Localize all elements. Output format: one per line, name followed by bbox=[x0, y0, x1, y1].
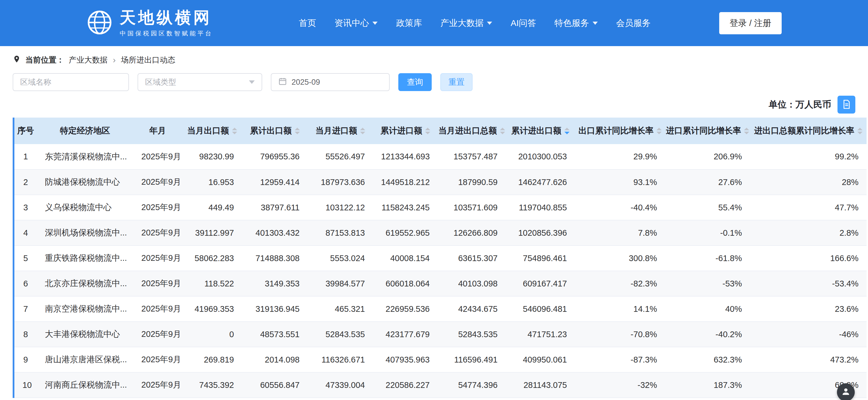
table-cell: 2.8% bbox=[750, 220, 867, 246]
sort-caret-icon[interactable] bbox=[564, 128, 569, 134]
table-cell: 632.3% bbox=[665, 347, 750, 372]
table-cell: 0 bbox=[182, 322, 242, 347]
breadcrumb-section[interactable]: 产业大数据 bbox=[69, 55, 107, 65]
login-register-button[interactable]: 登录 / 注册 bbox=[719, 12, 782, 34]
unit-label: 单位：万人民币 bbox=[769, 98, 831, 111]
column-header[interactable]: 当月出口额 bbox=[182, 118, 242, 144]
sort-caret-icon[interactable] bbox=[295, 128, 300, 134]
table-cell: 423177.679 bbox=[373, 322, 438, 347]
table-cell: 40103.098 bbox=[438, 271, 506, 296]
table-row[interactable]: 9唐山港京唐港区保税...2025年9月269.8192014.09811632… bbox=[14, 347, 867, 372]
column-header: 序号 bbox=[14, 118, 37, 144]
table-row[interactable]: 4深圳机场保税物流中...2025年9月39112.997401303.4328… bbox=[14, 220, 867, 246]
sort-caret-icon[interactable] bbox=[500, 128, 505, 134]
column-label: 当月进出口总额 bbox=[439, 125, 497, 137]
table-cell: 47.7% bbox=[750, 195, 867, 220]
table-cell: 27.6% bbox=[665, 169, 750, 195]
table-cell: 2025年9月 bbox=[133, 347, 182, 372]
table-row[interactable]: 7南京空港保税物流中...2025年9月41969.353319136.9454… bbox=[14, 296, 867, 322]
table-cell: -87.3% bbox=[575, 347, 665, 372]
table-cell: 187990.59 bbox=[438, 169, 506, 195]
reset-button[interactable]: 重置 bbox=[440, 73, 472, 91]
table-cell: 473.2% bbox=[750, 347, 867, 372]
column-header[interactable]: 累计进出口额 bbox=[506, 118, 575, 144]
chevron-down-icon bbox=[593, 22, 598, 25]
column-header[interactable]: 进出口总额累计同比增长率 bbox=[750, 118, 867, 144]
chevron-down-icon bbox=[372, 22, 378, 25]
table-cell: 1213344.693 bbox=[373, 144, 438, 169]
column-header: 年月 bbox=[133, 118, 182, 144]
table-cell: 7 bbox=[14, 296, 37, 322]
table-cell: 2025年9月 bbox=[133, 169, 182, 195]
nav-item-3[interactable]: 政策库 bbox=[396, 17, 422, 29]
table-cell: 796955.36 bbox=[242, 144, 308, 169]
breadcrumb-separator-icon: › bbox=[113, 55, 116, 65]
column-header[interactable]: 出口累计同比增长率 bbox=[575, 118, 665, 144]
nav-item-2[interactable]: 资讯中心 bbox=[334, 17, 378, 29]
nav-item-7[interactable]: 会员服务 bbox=[616, 17, 651, 29]
table-cell: 606018.064 bbox=[373, 271, 438, 296]
sort-caret-icon[interactable] bbox=[857, 128, 863, 134]
nav-item-1[interactable]: 首页 bbox=[299, 17, 316, 29]
table-cell: 39984.577 bbox=[308, 271, 373, 296]
table-row[interactable]: 2防城港保税物流中心2025年9月16.95312959.414187973.6… bbox=[14, 169, 867, 195]
nav-item-5[interactable]: AI问答 bbox=[510, 17, 536, 29]
table-cell: 226959.536 bbox=[373, 296, 438, 322]
table-row[interactable]: 10河南商丘保税物流中...2025年9月7435.39260556.84747… bbox=[14, 372, 867, 398]
sort-caret-icon[interactable] bbox=[232, 128, 237, 134]
column-header[interactable]: 当月进出口总额 bbox=[438, 118, 506, 144]
table-cell: 唐山港京唐港区保税... bbox=[37, 347, 133, 372]
column-label: 累计进出口额 bbox=[512, 125, 561, 137]
nav-item-label: AI问答 bbox=[510, 17, 536, 29]
unit-row: 单位：万人民币 bbox=[13, 96, 855, 114]
column-header[interactable]: 累计进口额 bbox=[373, 118, 438, 144]
nav-item-label: 政策库 bbox=[396, 17, 422, 29]
table-cell: 河南商丘保税物流中... bbox=[37, 372, 133, 398]
column-header[interactable]: 当月进口额 bbox=[308, 118, 373, 144]
table-cell: 2025年9月 bbox=[133, 220, 182, 246]
sort-caret-icon[interactable] bbox=[656, 128, 662, 134]
calendar-icon bbox=[278, 77, 287, 88]
table-row[interactable]: 5重庆铁路保税物流中...2025年9月58062.283714888.3085… bbox=[14, 246, 867, 271]
table-cell: -40.4% bbox=[575, 195, 665, 220]
breadcrumb-prefix: 当前位置： bbox=[25, 55, 64, 65]
table-cell: 2025年9月 bbox=[133, 322, 182, 347]
table-cell: 103571.609 bbox=[438, 195, 506, 220]
page: 天地纵横网 中国保税园区数智赋能平台 首页资讯中心政策库产业大数据AI问答特色服… bbox=[0, 0, 868, 400]
column-header[interactable]: 累计出口额 bbox=[242, 118, 308, 144]
column-label: 累计进口额 bbox=[380, 125, 422, 137]
sort-caret-icon[interactable] bbox=[425, 128, 430, 134]
nav-item-4[interactable]: 产业大数据 bbox=[440, 17, 492, 29]
table-cell: 6 bbox=[14, 271, 37, 296]
site-logo[interactable]: 天地纵横网 中国保税园区数智赋能平台 bbox=[86, 9, 213, 37]
region-type-select[interactable]: 区域类型 bbox=[137, 73, 262, 91]
column-header: 特定经济地区 bbox=[37, 118, 133, 144]
table-cell: 5553.024 bbox=[308, 246, 373, 271]
region-name-input[interactable] bbox=[13, 73, 129, 91]
chevron-down-icon bbox=[249, 80, 255, 84]
table-cell: 116326.671 bbox=[308, 347, 373, 372]
sort-caret-icon[interactable] bbox=[360, 128, 365, 134]
table-cell: 10 bbox=[14, 372, 37, 398]
month-picker[interactable]: 2025-09 bbox=[271, 73, 390, 91]
table-row[interactable]: 6北京亦庄保税物流中...2025年9月118.5223149.35339984… bbox=[14, 271, 867, 296]
table-cell: 29.9% bbox=[575, 144, 665, 169]
export-report-button[interactable] bbox=[837, 96, 855, 114]
nav-item-6[interactable]: 特色服务 bbox=[555, 17, 598, 29]
table-cell: 重庆铁路保税物流中... bbox=[37, 246, 133, 271]
table-cell: -53% bbox=[665, 271, 750, 296]
table-row[interactable]: 8大丰港保税物流中心2025年9月048573.55152843.5354231… bbox=[14, 322, 867, 347]
column-header[interactable]: 进口累计同比增长率 bbox=[665, 118, 750, 144]
table-row[interactable]: 1东莞清溪保税物流中...2025年9月98230.99796955.36555… bbox=[14, 144, 867, 169]
search-button[interactable]: 查询 bbox=[398, 73, 432, 91]
table-cell: 2025年9月 bbox=[133, 195, 182, 220]
floating-assistant-button[interactable] bbox=[837, 383, 855, 400]
month-picker-value: 2025-09 bbox=[291, 78, 320, 87]
table-cell: 2025年9月 bbox=[133, 296, 182, 322]
nav-item-label: 产业大数据 bbox=[440, 17, 484, 29]
sort-caret-icon[interactable] bbox=[744, 128, 749, 134]
table-cell: 9 bbox=[14, 347, 37, 372]
table-cell: 206.9% bbox=[665, 144, 750, 169]
table-row[interactable]: 3义乌保税物流中心2025年9月449.4938797.611103122.12… bbox=[14, 195, 867, 220]
table-cell: 63615.307 bbox=[438, 246, 506, 271]
